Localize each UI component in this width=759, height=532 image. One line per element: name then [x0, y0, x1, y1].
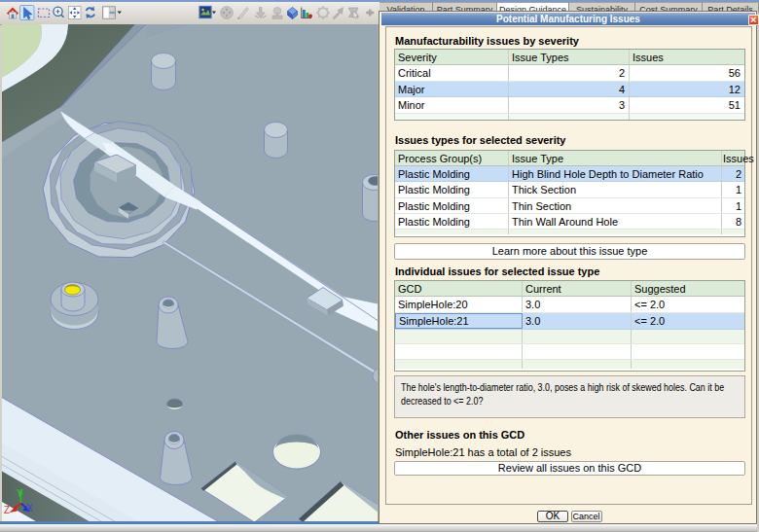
svg-text:Y: Y: [17, 487, 23, 498]
svg-text:Z: Z: [4, 504, 10, 514]
svg-text:X: X: [26, 502, 33, 513]
